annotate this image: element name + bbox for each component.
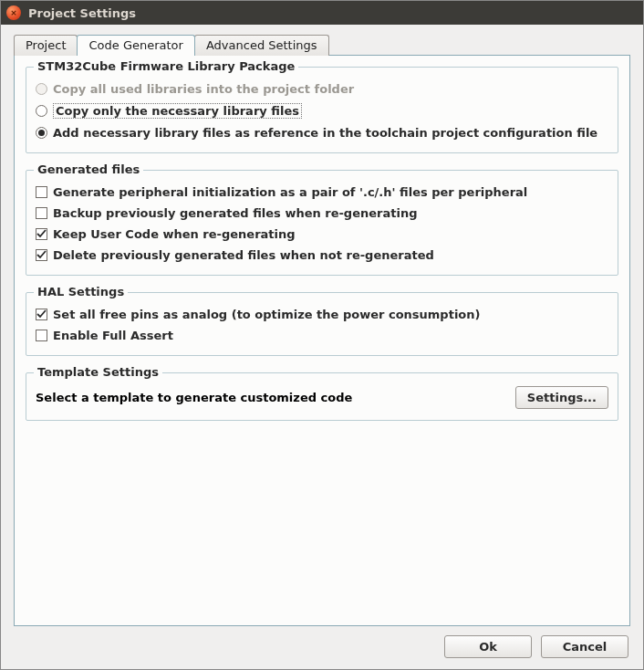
checkbox-pair[interactable]: [36, 186, 47, 198]
radio-reference-label: Add necessary library files as reference…: [53, 126, 597, 140]
content-area: Project Code Generator Advanced Settings…: [1, 25, 643, 669]
checkbox-row-analog[interactable]: Set all free pins as analog (to optimize…: [36, 304, 608, 325]
tab-code-generator[interactable]: Code Generator: [77, 35, 194, 56]
checkbox-keep-user-label: Keep User Code when re-generating: [53, 227, 296, 241]
template-label: Select a template to generate customized…: [36, 391, 352, 404]
checkbox-backup-label: Backup previously generated files when r…: [53, 206, 417, 220]
checkbox-row-backup[interactable]: Backup previously generated files when r…: [36, 203, 608, 224]
checkbox-delete-prev-label: Delete previously generated files when n…: [53, 248, 434, 262]
checkbox-delete-prev[interactable]: [36, 249, 47, 261]
checkbox-row-assert[interactable]: Enable Full Assert: [36, 325, 608, 346]
radio-copy-necessary-label: Copy only the necessary library files: [53, 103, 302, 119]
group-firmware-title: STM32Cube Firmware Library Package: [34, 59, 298, 73]
tabs-row: Project Code Generator Advanced Settings: [14, 34, 630, 56]
group-generated-title: Generated files: [34, 162, 143, 176]
group-generated: Generated files Generate peripheral init…: [26, 170, 618, 276]
radio-copy-necessary[interactable]: [36, 105, 47, 117]
group-template-title: Template Settings: [34, 365, 162, 379]
group-hal: HAL Settings Set all free pins as analog…: [26, 292, 618, 356]
checkbox-row-delete-prev[interactable]: Delete previously generated files when n…: [36, 245, 608, 266]
group-firmware: STM32Cube Firmware Library Package Copy …: [26, 67, 618, 153]
checkbox-row-pair[interactable]: Generate peripheral initialization as a …: [36, 182, 608, 203]
radio-reference[interactable]: [36, 127, 47, 139]
checkbox-analog[interactable]: [36, 309, 47, 320]
window-title: Project Settings: [28, 6, 136, 20]
checkbox-backup[interactable]: [36, 207, 47, 219]
group-template: Template Settings Select a template to g…: [26, 372, 618, 421]
radio-row-reference[interactable]: Add necessary library files as reference…: [36, 122, 608, 143]
checkbox-analog-label: Set all free pins as analog (to optimize…: [53, 308, 480, 321]
tab-project[interactable]: Project: [14, 35, 78, 56]
radio-copy-all: [36, 83, 47, 95]
buttons-bar: Ok Cancel: [14, 626, 630, 658]
group-hal-title: HAL Settings: [34, 285, 128, 298]
tab-panel: STM32Cube Firmware Library Package Copy …: [14, 55, 630, 626]
radio-copy-all-label: Copy all used libraries into the project…: [53, 82, 354, 96]
close-icon[interactable]: ×: [6, 5, 21, 20]
checkbox-keep-user[interactable]: [36, 228, 47, 240]
ok-button[interactable]: Ok: [444, 635, 532, 658]
window: × Project Settings Project Code Generato…: [0, 0, 644, 670]
spacer: [26, 437, 618, 614]
cancel-button[interactable]: Cancel: [541, 635, 628, 658]
radio-row-copy-all: Copy all used libraries into the project…: [36, 79, 608, 99]
checkbox-pair-label: Generate peripheral initialization as a …: [53, 185, 527, 199]
tab-advanced-settings[interactable]: Advanced Settings: [194, 35, 329, 56]
checkbox-row-keep-user[interactable]: Keep User Code when re-generating: [36, 224, 608, 245]
radio-row-copy-necessary[interactable]: Copy only the necessary library files: [36, 99, 608, 122]
settings-button[interactable]: Settings...: [515, 386, 608, 409]
checkbox-assert[interactable]: [36, 330, 47, 341]
checkbox-assert-label: Enable Full Assert: [53, 329, 173, 342]
titlebar: × Project Settings: [1, 1, 643, 25]
